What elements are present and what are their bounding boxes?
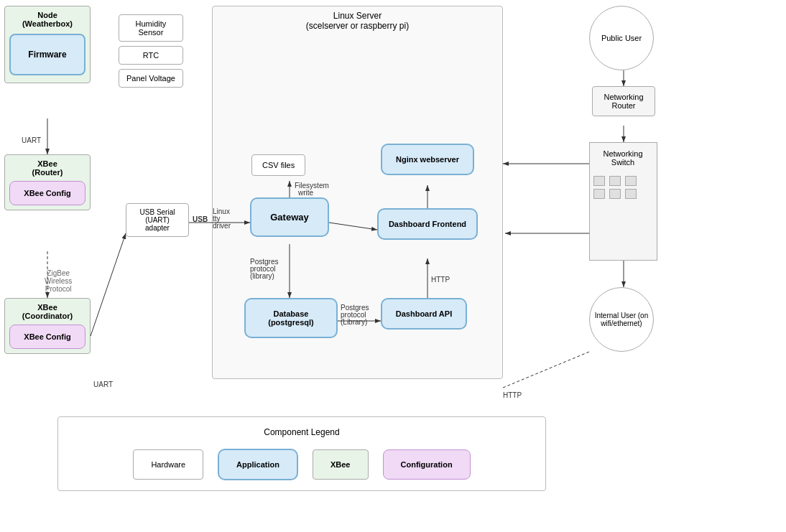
switch-port-1 xyxy=(593,176,605,186)
public-user: Public User xyxy=(589,6,654,70)
xbee-router-config: XBee Config xyxy=(9,181,85,205)
xbee-router: XBee(Router) XBee Config xyxy=(4,154,91,210)
switch-port-2 xyxy=(609,176,621,186)
panel-voltage-sensor: Panel Voltage xyxy=(119,69,183,88)
diagram-container: Node(Weatherbox) Firmware UART HumidityS… xyxy=(0,0,786,532)
uart-bottom-label: UART xyxy=(93,381,113,388)
networking-router: NetworkingRouter xyxy=(592,86,655,116)
usb-label: USB xyxy=(193,215,208,223)
xbee-coordinator: XBee(Coordinator) XBee Config xyxy=(4,298,91,354)
gateway-box: Gateway xyxy=(250,197,329,237)
nginx-webserver-box: Nginx webserver xyxy=(381,144,474,175)
svg-line-4 xyxy=(91,233,126,336)
switch-port-6 xyxy=(625,189,637,199)
legend-title: Component Legend xyxy=(68,427,535,437)
csv-files-box: CSV files xyxy=(251,154,305,176)
xbee-router-title: XBee(Router) xyxy=(9,159,85,177)
switch-ports xyxy=(593,176,638,199)
zigbee-label: ZigBeeWirelessProtocol xyxy=(45,269,72,293)
internal-user: Internal User (onwifi/ethernet) xyxy=(589,287,654,352)
xbee-coordinator-title: XBee(Coordinator) xyxy=(9,303,85,320)
legend-xbee: XBee xyxy=(313,449,369,480)
node-weatherbox: Node(Weatherbox) Firmware xyxy=(4,6,91,83)
switch-port-4 xyxy=(593,189,605,199)
dashboard-frontend-box: Dashboard Frontend xyxy=(377,208,478,240)
dashboard-api-box: Dashboard API xyxy=(381,298,467,330)
database-box: Database(postgresql) xyxy=(244,298,338,338)
legend-items: Hardware Application XBee Configuration xyxy=(68,449,535,480)
svg-line-29 xyxy=(503,352,589,388)
legend-application: Application xyxy=(218,449,298,480)
sensor-group: HumiditySensor RTC Panel Voltage xyxy=(119,14,183,88)
uart-top-label: UART xyxy=(22,136,41,144)
humidity-sensor: HumiditySensor xyxy=(119,14,183,42)
xbee-coordinator-config: XBee Config xyxy=(9,325,85,349)
usb-serial-adapter: USB Serial(UART)adapter xyxy=(126,203,189,237)
networking-switch-label: NetworkingSwitch xyxy=(591,149,655,167)
linux-server-title: Linux Server(scelserver or raspberry pi) xyxy=(213,6,502,35)
legend-hardware: Hardware xyxy=(133,449,203,480)
node-weatherbox-title: Node(Weatherbox) xyxy=(9,11,85,28)
legend-config: Configuration xyxy=(383,449,471,480)
firmware-box: Firmware xyxy=(9,34,85,75)
http-bottom-label: HTTP xyxy=(503,391,522,399)
rtc-sensor: RTC xyxy=(119,46,183,65)
switch-port-3 xyxy=(625,176,637,186)
switch-port-5 xyxy=(609,189,621,199)
legend-box: Component Legend Hardware Application XB… xyxy=(57,416,546,491)
